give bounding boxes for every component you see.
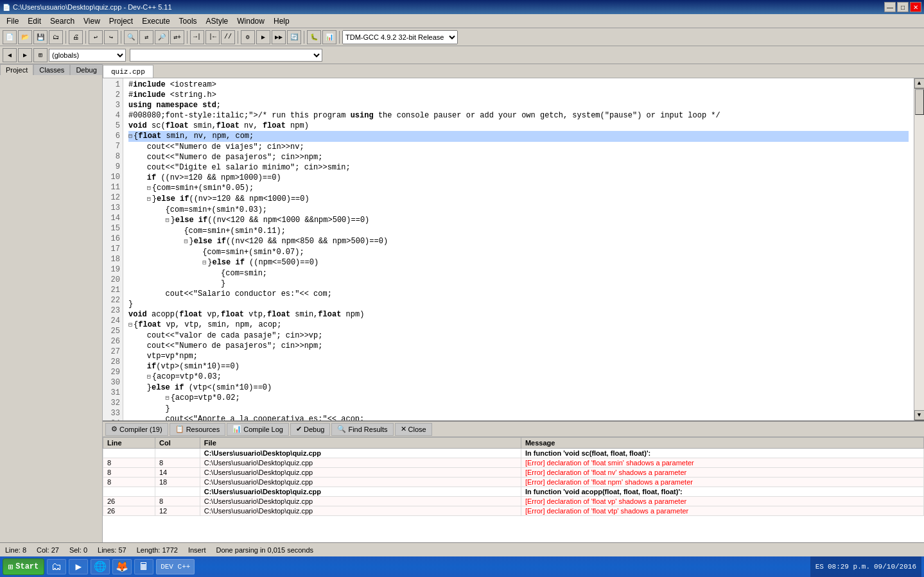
function-select[interactable]	[130, 49, 322, 62]
debug-btn[interactable]: 🐛	[307, 30, 321, 44]
error-message: [Error] declaration of 'float vp' shadow…	[521, 497, 923, 506]
line-number: 15	[105, 223, 120, 234]
line-number: 14	[105, 213, 120, 223]
menu-view[interactable]: View	[80, 14, 104, 28]
error-table: Line Col File Message C:\Users\usuario\D…	[103, 437, 924, 516]
compile-run-btn[interactable]: ▶▶	[272, 30, 286, 44]
scroll-down-arrow[interactable]: ▼	[914, 410, 925, 420]
menu-window[interactable]: Window	[233, 14, 268, 28]
code-editor[interactable]: 1234567891011121314151617181920212223242…	[103, 78, 914, 420]
scope-select[interactable]: (globals)	[49, 49, 126, 62]
code-line: cout<<"Numero de pasajeros"; cin>>npm;	[128, 152, 909, 162]
line-number: 7	[105, 141, 120, 151]
line-number: 4	[105, 110, 120, 121]
toggle-comment-btn[interactable]: //	[221, 30, 235, 44]
menu-help[interactable]: Help	[270, 14, 293, 28]
line-number: 16	[105, 234, 120, 244]
code-line: cout<<"Salario conductor es:"<< com;	[128, 289, 909, 299]
taskbar-chrome[interactable]: 🌐	[91, 559, 110, 574]
taskbar-firefox[interactable]: 🦊	[112, 559, 132, 574]
redo-btn[interactable]: ↪	[104, 30, 118, 44]
sidebar-tab-debug[interactable]: Debug	[70, 64, 102, 75]
tab-close[interactable]: ✕ Close	[395, 423, 432, 436]
error-line: 8	[103, 458, 155, 468]
undo-btn[interactable]: ↩	[89, 30, 103, 44]
scope-btn[interactable]: ⊞	[33, 48, 48, 62]
taskbar-media[interactable]: ▶	[69, 559, 88, 574]
unindent-btn[interactable]: |←	[205, 30, 220, 44]
table-row: 8 8 C:\Users\usuario\Desktop\quiz.cpp [E…	[103, 458, 924, 468]
scroll-up-arrow[interactable]: ▲	[914, 78, 925, 89]
compiler-select[interactable]: TDM-GCC 4.9.2 32-bit Release	[342, 30, 458, 44]
replace-btn[interactable]: ⇄	[139, 30, 153, 44]
menu-astyle[interactable]: AStyle	[202, 14, 232, 28]
compile-btn[interactable]: ⚙	[241, 30, 255, 44]
menu-project[interactable]: Project	[105, 14, 137, 28]
find-btn[interactable]: 🔍	[124, 30, 138, 44]
line-number: 23	[105, 306, 120, 316]
close-button[interactable]: ✕	[910, 2, 921, 12]
menu-execute[interactable]: Execute	[138, 14, 173, 28]
table-row: 26 12 C:\Users\usuario\Desktop\quiz.cpp …	[103, 506, 924, 516]
line-number: 3	[105, 100, 120, 110]
error-line: 8	[103, 478, 155, 487]
tray-lang: ES	[815, 563, 824, 571]
sep2	[85, 31, 86, 44]
code-content[interactable]: #include <iostream>#include <string.h>us…	[123, 78, 914, 420]
scroll-track[interactable]	[914, 89, 925, 410]
taskbar-devcpp[interactable]: DEV C++	[156, 559, 195, 574]
fwd-btn[interactable]: ▶	[18, 48, 32, 62]
bottom-tabs: ⚙ Compiler (19) 📋 Resources 📊 Compile Lo…	[103, 422, 924, 437]
tab-compile-log[interactable]: 📊 Compile Log	[227, 423, 289, 436]
menu-tools[interactable]: Tools	[175, 14, 201, 28]
scroll-thumb[interactable]	[915, 89, 924, 115]
run-btn[interactable]: ▶	[256, 30, 270, 44]
sidebar-tab-project[interactable]: Project	[0, 64, 33, 75]
minimize-button[interactable]: —	[884, 2, 896, 12]
maximize-button[interactable]: □	[897, 2, 909, 12]
find-all-btn[interactable]: 🔎	[155, 30, 169, 44]
open-btn[interactable]: 📂	[18, 30, 32, 44]
error-file: C:\Users\usuario\Desktop\quiz.cpp	[200, 506, 521, 516]
title-buttons: — □ ✕	[884, 2, 921, 12]
status-col: Col: 27	[37, 546, 59, 554]
tab-debug[interactable]: ✔ Debug	[290, 423, 330, 436]
new-btn[interactable]: 📄	[3, 30, 17, 44]
back-btn[interactable]: ◀	[3, 48, 17, 62]
sidebar-tab-classes[interactable]: Classes	[33, 64, 70, 75]
save-all-btn[interactable]: 🗂	[49, 30, 63, 44]
indent-btn[interactable]: →|	[190, 30, 204, 44]
tab-find-results[interactable]: 🔍 Find Results	[331, 423, 393, 436]
line-number: 33	[105, 408, 120, 418]
tab-resources[interactable]: 📋 Resources	[170, 423, 226, 436]
line-number: 25	[105, 326, 120, 336]
rebuild-btn[interactable]: 🔄	[287, 30, 301, 44]
menu-file[interactable]: File	[3, 14, 22, 28]
profile-btn[interactable]: 📊	[322, 30, 336, 44]
code-line: {com=smin+(smin*0.07);	[128, 247, 909, 257]
error-col: 8	[155, 458, 200, 468]
line-number: 24	[105, 316, 120, 326]
line-number: 8	[105, 151, 120, 162]
save-btn[interactable]: 💾	[33, 30, 48, 44]
code-line: ⊟{float vp, vtp, smin, npm, acop;	[128, 320, 909, 331]
menu-edit[interactable]: Edit	[24, 14, 45, 28]
error-message: In function 'void sc(float, float, float…	[521, 449, 923, 458]
code-line: }	[128, 279, 909, 289]
replace-all-btn[interactable]: ⇄+	[170, 30, 184, 44]
file-tab-quiz[interactable]: quiz.cpp	[103, 65, 153, 78]
tab-compiler[interactable]: ⚙ Compiler (19)	[105, 423, 168, 436]
col-header-col: Col	[155, 438, 200, 449]
menu-search[interactable]: Search	[46, 14, 78, 28]
print-btn[interactable]: 🖨	[69, 30, 83, 44]
start-button[interactable]: ⊞ Start	[3, 558, 44, 575]
line-number: 2	[105, 90, 120, 100]
taskbar-calculator[interactable]: 🖩	[134, 559, 153, 574]
line-number: 34	[105, 418, 120, 420]
status-mode: Insert	[188, 546, 206, 554]
code-line: ⊟{acop=vtp*0.03;	[128, 372, 909, 383]
error-file: C:\Users\usuario\Desktop\quiz.cpp	[200, 487, 521, 497]
right-area: quiz.cpp 1234567891011121314151617181920…	[103, 64, 924, 542]
taskbar-explorer[interactable]: 🗂	[47, 559, 66, 574]
line-number: 32	[105, 398, 120, 408]
